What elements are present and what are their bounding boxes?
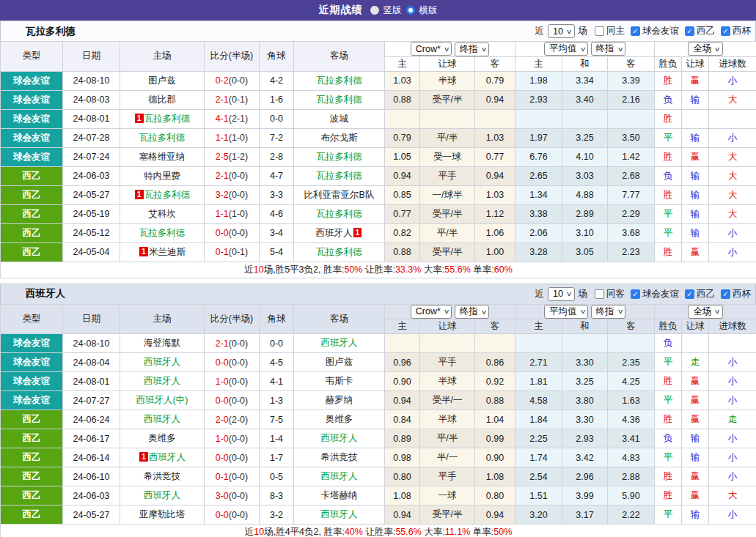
league-cell: 球会友谊 (1, 109, 63, 128)
filter-label[interactable]: 球会友谊 (642, 25, 679, 37)
filter-checkbox-西乙[interactable]: ✓ (685, 289, 694, 299)
filter-label[interactable]: 西杯 (733, 288, 751, 300)
handicap-line-cell: 平手 (420, 467, 475, 486)
final-odds-select-2[interactable]: 终指v (591, 42, 626, 56)
result-cell: 平 (655, 128, 682, 147)
final-odds-select-2[interactable]: 终指v (591, 305, 626, 319)
date-cell: 24-06-24 (63, 410, 120, 429)
games-count-select[interactable]: 10v (548, 287, 574, 301)
games-count-select[interactable]: 10v (548, 24, 574, 38)
filter-label[interactable]: 西乙 (697, 25, 715, 37)
summary-cell: 近10场,胜4平4负2, 胜率:40% 让胜率:55.6% 大率:11.1% 单… (1, 525, 756, 537)
match-row: 西乙24-05-19艾科坎1-1(1-0)4-6瓦拉多利德0.77受平/半1.1… (1, 204, 756, 223)
handicap-line-cell: 一球 (420, 486, 475, 505)
column-header: 类型 (1, 304, 63, 334)
corners-cell: 3-2 (260, 505, 294, 525)
fulltime-score: 0-2 (216, 75, 229, 86)
bookmaker-select[interactable]: Crow*v (411, 42, 452, 56)
result-cell: 负 (655, 429, 682, 448)
team-name: 西班牙人 (321, 338, 358, 348)
vertical-layout-radio[interactable] (370, 6, 379, 15)
handicap-result-cell: 赢 (682, 147, 709, 166)
home-team-cell: 奥维多 (120, 429, 205, 448)
filter-label[interactable]: 同客 (606, 288, 625, 300)
fulltime-score: 0-1 (216, 247, 229, 257)
fulltime-score: 2-1 (216, 171, 229, 181)
halftime-score: (1-0) (229, 133, 248, 143)
handicap-result-cell: 赢 (682, 372, 709, 391)
fulltime-score: 0-0 (216, 453, 229, 463)
team-name: 卡塔赫纳 (321, 490, 358, 500)
league-cell: 球会友谊 (1, 147, 63, 166)
column-subheader: 和 (562, 56, 608, 71)
score-cell: 0-0(0-0) (205, 223, 260, 242)
handicap-result-cell: 赢 (682, 71, 709, 90)
fulltime-select[interactable]: 全场v (688, 305, 723, 319)
avg-home-cell: 2.06 (515, 223, 562, 242)
header-select-group: 平均值v 终指v (515, 304, 655, 319)
average-select[interactable]: 平均值v (544, 305, 588, 319)
final-odds-select-1[interactable]: 终指v (455, 42, 490, 56)
result-cell: 胜 (655, 467, 682, 486)
handicap-line-cell: 受一球 (420, 147, 475, 166)
horizontal-layout-label[interactable]: 横版 (419, 4, 438, 17)
vertical-layout-label[interactable]: 竖版 (383, 4, 402, 17)
halftime-score: (1-2) (229, 152, 248, 162)
match-row: 球会友谊24-08-011瓦拉多利德4-1(2-1)0-0波城胜 (1, 109, 756, 128)
filter-label[interactable]: 同主 (606, 25, 625, 37)
filter-checkbox-球会友谊[interactable]: ✓ (631, 289, 640, 299)
filter-checkbox-西乙[interactable]: ✓ (685, 26, 694, 36)
summary-row: 近10场,胜4平4负2, 胜率:40% 让胜率:55.6% 大率:11.1% 单… (1, 525, 756, 537)
filter-checkbox-同客[interactable] (595, 289, 604, 299)
result-cell: 负 (655, 334, 682, 353)
team-name: 西班牙人 (321, 433, 358, 443)
filter-label[interactable]: 球会友谊 (642, 288, 679, 300)
match-row: 球会友谊24-08-04西班牙人0-0(0-0)4-5图卢兹0.96平手0.86… (1, 353, 756, 372)
halftime-score: (0-0) (229, 358, 248, 368)
header-group-row: 类型日期主场比分(半场)角球客场Crow*v 终指v 平均值v 终指v 全场v (1, 42, 756, 57)
column-header: 客场 (294, 304, 385, 334)
filter-checkbox-西杯[interactable]: ✓ (721, 289, 730, 299)
summary-text: 55.6% (444, 264, 470, 275)
handicap-result-cell: 赢 (682, 467, 709, 486)
team-name: 希洪竞技 (321, 452, 358, 462)
final-odds-select-1[interactable]: 终指v (455, 305, 490, 319)
goals-result-cell: 小 (709, 242, 756, 262)
halftime-score: (0-0) (229, 228, 248, 238)
avg-home-cell: 4.58 (515, 391, 562, 410)
filter-label[interactable]: 西乙 (697, 288, 715, 300)
chevron-down-icon: v (716, 308, 720, 315)
score-cell: 3-0(0-0) (205, 486, 260, 505)
avg-draw-cell: 3.34 (562, 71, 608, 90)
fulltime-select[interactable]: 全场v (688, 42, 723, 56)
team-name: 亚摩勒比塔 (139, 509, 186, 519)
column-header: 主场 (120, 42, 205, 72)
team-name: 西班牙人 (149, 452, 186, 462)
date-cell: 24-06-03 (63, 166, 120, 185)
away-team-cell: 奥维多 (294, 410, 385, 429)
league-cell: 球会友谊 (1, 391, 63, 410)
column-header: 主场 (120, 304, 205, 334)
filter-checkbox-同主[interactable] (595, 26, 604, 36)
filter-checkbox-西杯[interactable]: ✓ (721, 26, 730, 36)
avg-draw-cell: 3.03 (562, 166, 608, 185)
match-row: 西乙24-06-03西班牙人3-0(0-0)8-3卡塔赫纳1.08一球0.801… (1, 486, 756, 505)
column-subheader: 让球 (682, 319, 709, 334)
avg-draw-cell: 3.99 (562, 486, 608, 505)
filter-label[interactable]: 西杯 (733, 25, 751, 37)
chevron-down-icon: v (716, 45, 720, 53)
average-select[interactable]: 平均值v (544, 42, 588, 56)
filter-checkbox-球会友谊[interactable]: ✓ (631, 26, 640, 36)
avg-home-cell: 1.98 (515, 71, 562, 90)
corners-cell: 4-7 (260, 166, 294, 185)
result-cell: 胜 (655, 185, 682, 204)
match-row: 西乙24-06-141西班牙人0-0(0-0)1-7希洪竞技0.98半/一0.9… (1, 448, 756, 467)
horizontal-layout-radio[interactable] (406, 6, 415, 15)
bookmaker-select[interactable]: Crow*v (411, 305, 452, 319)
odds-away-cell: 0.90 (475, 448, 515, 467)
odds-away-cell: 1.03 (475, 185, 515, 204)
odds-home-cell: 0.94 (385, 391, 420, 410)
odds-away-cell: 1.12 (475, 204, 515, 223)
date-cell: 24-07-28 (63, 128, 120, 147)
chevron-down-icon: v (567, 290, 571, 297)
